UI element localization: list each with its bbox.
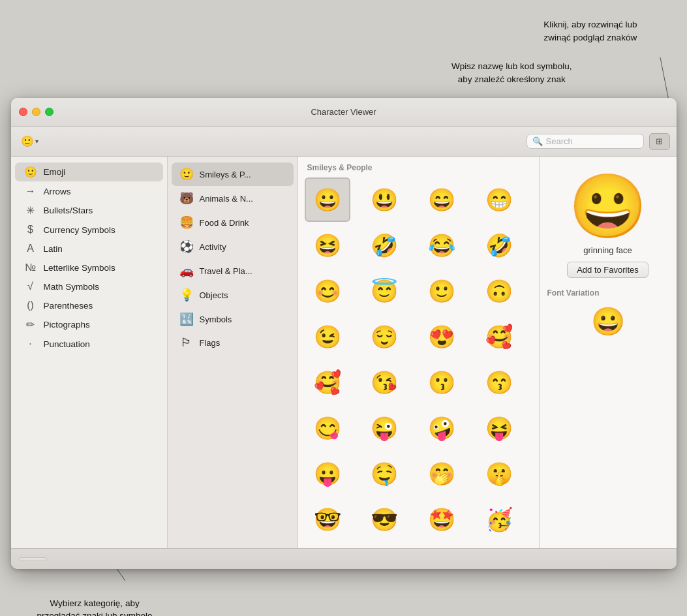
sidebar-label-arrows: Arrows xyxy=(44,187,71,196)
emoji-cell[interactable]: 🤣 xyxy=(476,223,522,268)
sidebar-label-currency: Currency Symbols xyxy=(44,225,115,235)
emoji-cell[interactable]: 🤫 xyxy=(476,452,522,496)
bottom-bar xyxy=(11,548,677,569)
titlebar: Character Viewer xyxy=(11,98,677,127)
emoji-cell[interactable]: 😃 xyxy=(361,177,407,222)
bottom-action-button[interactable] xyxy=(19,557,46,561)
sidebar-icon-pictographs: ✏ xyxy=(24,318,37,331)
emoji-cell[interactable]: 😞 xyxy=(419,543,465,548)
emoji-cell[interactable]: 🤭 xyxy=(419,452,465,496)
sidebar-item-emoji[interactable]: 🙂Emoji xyxy=(15,162,163,181)
sidebar-item-arrows[interactable]: →Arrows xyxy=(15,182,163,200)
emoji-cell[interactable]: 😛 xyxy=(305,452,350,496)
expand-button[interactable]: ⊞ xyxy=(649,133,670,150)
category-item-activity[interactable]: ⚽Activity xyxy=(172,235,294,258)
add-to-favorites-button[interactable]: Add to Favorites xyxy=(567,262,649,278)
sidebar-item-currency[interactable]: $Currency Symbols xyxy=(15,221,163,239)
smiley-icon: 🙂 xyxy=(21,135,34,147)
sidebar-label-emoji: Emoji xyxy=(44,167,66,177)
sidebar-item-math[interactable]: √Math Symbols xyxy=(15,277,163,296)
emoji-cell[interactable]: 🙃 xyxy=(476,269,522,313)
cat-icon-food: 🍔 xyxy=(179,215,194,230)
emoji-cell[interactable]: 😔 xyxy=(476,543,522,548)
cat-label-food: Food & Drink xyxy=(200,218,249,228)
traffic-lights xyxy=(19,108,53,116)
close-button[interactable] xyxy=(19,108,27,116)
emoji-cell[interactable]: 😆 xyxy=(305,223,350,268)
sidebar-item-pictographs[interactable]: ✏Pictographs xyxy=(15,315,163,334)
window-title: Character Viewer xyxy=(311,107,376,117)
cat-label-travel: Travel & Pla... xyxy=(200,266,252,276)
category-item-animals[interactable]: 🐻Animals & N... xyxy=(172,187,294,210)
section-title: Smileys & People xyxy=(307,163,532,172)
emoji-cell[interactable]: 😙 xyxy=(476,360,522,405)
emoji-cell[interactable]: 😊 xyxy=(305,269,350,313)
annotation-search: Wpisz nazwę lub kod symbolu,aby znaleźć … xyxy=(451,60,572,85)
sidebar-item-letterlike[interactable]: №Letterlike Symbols xyxy=(15,258,163,277)
sidebar-item-parentheses[interactable]: ()Parentheses xyxy=(15,296,163,315)
detail-panel: 😀 grinning face Add to Favorites Font Va… xyxy=(540,157,677,548)
emoji-cell[interactable]: 😂 xyxy=(419,223,465,268)
search-input[interactable] xyxy=(546,136,637,146)
emoji-cell[interactable]: 😒 xyxy=(361,543,407,548)
emoji-cell[interactable]: 😁 xyxy=(476,177,522,222)
annotation-category: Wybierz kategorię, abyprzeglądać znaki l… xyxy=(37,597,153,616)
action-group: 🙂 ▾ xyxy=(18,133,42,149)
category-item-smileys[interactable]: 🙂Smileys & P... xyxy=(172,162,294,186)
sidebar-icon-math: √ xyxy=(24,281,37,292)
sidebar-label-bullets: Bullets/Stars xyxy=(44,206,93,215)
cat-label-animals: Animals & N... xyxy=(200,194,253,204)
detail-emoji-large: 😀 xyxy=(569,175,647,238)
sidebar-icon-arrows: → xyxy=(24,185,37,197)
emoji-cell[interactable]: 😝 xyxy=(476,406,522,450)
emoji-cell[interactable]: 😉 xyxy=(305,315,350,359)
emoji-cell[interactable]: 🤩 xyxy=(419,497,465,542)
chevron-down-icon: ▾ xyxy=(35,138,38,145)
emoji-cell[interactable]: 🤤 xyxy=(361,452,407,496)
emoji-cell[interactable]: 🥰 xyxy=(476,315,522,359)
sidebar-item-bullets[interactable]: ✳Bullets/Stars xyxy=(15,201,163,220)
emoji-cell[interactable]: 😇 xyxy=(361,269,407,313)
cat-icon-symbols: 🔣 xyxy=(179,312,194,326)
cat-label-smileys: Smileys & P... xyxy=(200,170,251,179)
minimize-button[interactable] xyxy=(32,108,40,116)
search-box: 🔍 xyxy=(527,134,644,149)
emoji-cell[interactable]: 😗 xyxy=(419,360,465,405)
cat-label-symbols: Symbols xyxy=(200,315,232,324)
emoji-cell[interactable]: 😍 xyxy=(419,315,465,359)
category-item-flags[interactable]: 🏳Flags xyxy=(172,331,294,354)
sidebar-label-letterlike: Letterlike Symbols xyxy=(44,263,115,273)
sidebar-label-latin: Latin xyxy=(44,244,63,254)
emoji-cell[interactable]: 😎 xyxy=(361,497,407,542)
emoji-cell[interactable]: 😜 xyxy=(361,406,407,450)
emoji-cell[interactable]: 😋 xyxy=(305,406,350,450)
sidebar-icon-currency: $ xyxy=(24,224,37,236)
cat-label-objects: Objects xyxy=(200,290,228,300)
emoji-cell[interactable]: 🤓 xyxy=(305,497,350,542)
detail-name: grinning face xyxy=(583,245,632,255)
emoji-cell[interactable]: 🤪 xyxy=(419,406,465,450)
emoji-grid: 😀😃😄😁😆🤣😂🤣😊😇🙂🙃😉😌😍🥰🥰😘😗😙😋😜🤪😝😛🤤🤭🤫🤓😎🤩🥳😏😒😞😔 xyxy=(305,177,532,548)
emoji-cell[interactable]: 🥰 xyxy=(305,360,350,405)
emoji-cell[interactable]: 🤣 xyxy=(361,223,407,268)
emoji-cell[interactable]: 😄 xyxy=(419,177,465,222)
cat-icon-objects: 💡 xyxy=(179,288,194,302)
emoji-cell[interactable]: 😏 xyxy=(305,543,350,548)
action-menu-button[interactable]: 🙂 ▾ xyxy=(18,133,42,149)
category-item-food[interactable]: 🍔Food & Drink xyxy=(172,211,294,234)
emoji-cell[interactable]: 🙂 xyxy=(419,269,465,313)
category-item-objects[interactable]: 💡Objects xyxy=(172,283,294,307)
emoji-cell[interactable]: 😌 xyxy=(361,315,407,359)
emoji-cell[interactable]: 😀 xyxy=(305,177,350,222)
font-variation-emoji[interactable]: 😀 xyxy=(588,303,628,340)
sidebar-item-latin[interactable]: ALatin xyxy=(15,239,163,258)
sidebar-icon-punctuation: · xyxy=(24,338,37,350)
category-item-travel[interactable]: 🚗Travel & Pla... xyxy=(172,259,294,283)
sidebar: 🙂Emoji→Arrows✳Bullets/Stars$Currency Sym… xyxy=(11,157,168,548)
emoji-cell[interactable]: 🥳 xyxy=(476,497,522,542)
emoji-cell[interactable]: 😘 xyxy=(361,360,407,405)
maximize-button[interactable] xyxy=(45,108,53,116)
sidebar-item-punctuation[interactable]: ·Punctuation xyxy=(15,335,163,353)
category-item-symbols[interactable]: 🔣Symbols xyxy=(172,307,294,331)
font-variation-title: Font Variation xyxy=(547,288,600,298)
